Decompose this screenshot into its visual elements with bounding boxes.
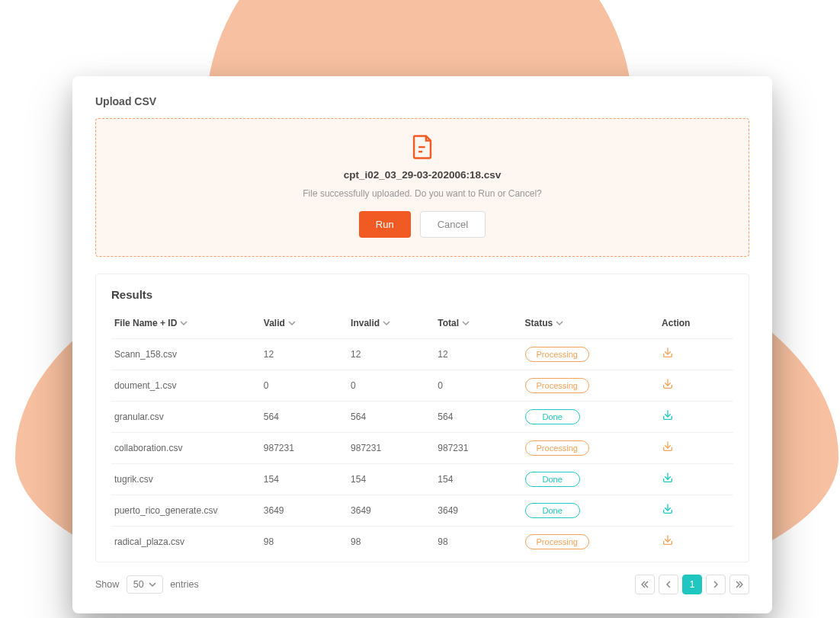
cell-action — [659, 463, 733, 495]
cell-invalid: 564 — [348, 401, 434, 432]
table-row: tugrik.csv154154154Done — [111, 463, 733, 495]
cell-action — [659, 338, 733, 370]
results-table: File Name + ID Valid Invalid Total Statu… — [111, 313, 733, 557]
cell-invalid: 154 — [348, 463, 434, 495]
col-total[interactable]: Total — [434, 313, 521, 338]
download-icon[interactable] — [662, 538, 674, 549]
col-status[interactable]: Status — [522, 313, 659, 338]
results-panel: Results File Name + ID Valid Invalid Tot… — [95, 274, 749, 562]
chevron-down-icon — [462, 319, 470, 329]
cell-invalid: 3649 — [348, 495, 434, 526]
page-first-button[interactable] — [635, 575, 655, 594]
chevron-down-icon — [180, 319, 188, 329]
upload-dropzone[interactable]: cpt_i02_03_29-03-202006:18.csv File succ… — [95, 118, 749, 257]
cell-filename: puerto_rico_generate.csv — [111, 495, 261, 526]
page-size-select[interactable]: 50 — [127, 575, 163, 594]
cell-status: Done — [522, 401, 659, 432]
download-icon[interactable] — [662, 351, 674, 361]
table-row: granular.csv564564564Done — [111, 401, 733, 432]
col-invalid[interactable]: Invalid — [348, 313, 434, 338]
cell-valid: 3649 — [261, 495, 348, 526]
cell-action — [659, 526, 733, 557]
status-badge: Processing — [525, 440, 589, 456]
main-card: Upload CSV cpt_i02_03_29-03-202006:18.cs… — [72, 76, 772, 613]
cell-filename: granular.csv — [111, 401, 261, 432]
cell-total: 154 — [434, 463, 521, 495]
page-last-button[interactable] — [729, 575, 749, 594]
cell-filename: collaboration.csv — [111, 432, 261, 463]
col-valid[interactable]: Valid — [261, 313, 348, 338]
col-action: Action — [659, 313, 733, 338]
table-row: radical_plaza.csv989898Processing — [111, 526, 733, 557]
upload-section-title: Upload CSV — [95, 95, 749, 107]
entries-label: entries — [170, 579, 199, 590]
cell-status: Done — [522, 463, 659, 495]
cell-valid: 12 — [261, 338, 348, 370]
cell-total: 564 — [434, 401, 521, 432]
chevron-down-icon — [556, 319, 563, 329]
cancel-button[interactable]: Cancel — [420, 211, 486, 238]
status-badge: Processing — [525, 347, 589, 362]
chevron-down-icon — [383, 319, 390, 329]
download-icon[interactable] — [662, 382, 674, 392]
cell-total: 3649 — [434, 495, 521, 526]
col-filename[interactable]: File Name + ID — [111, 313, 261, 338]
cell-action — [659, 401, 733, 432]
chevrons-left-icon — [641, 581, 649, 588]
results-title: Results — [111, 288, 733, 301]
table-row: collaboration.csv987231987231987231Proce… — [111, 432, 733, 463]
status-badge: Processing — [525, 534, 589, 549]
cell-filename: Scann_158.csv — [111, 338, 261, 370]
chevrons-right-icon — [736, 581, 743, 588]
upload-message: File successfully uploaded. Do you want … — [111, 188, 733, 199]
cell-status: Processing — [522, 432, 659, 463]
status-badge: Done — [525, 409, 580, 424]
run-button[interactable]: Run — [359, 211, 411, 238]
page-prev-button[interactable] — [659, 575, 678, 594]
cell-valid: 987231 — [261, 432, 348, 463]
cell-filename: tugrik.csv — [111, 463, 261, 495]
cell-status: Done — [522, 495, 659, 526]
download-icon[interactable] — [662, 507, 674, 517]
uploaded-filename: cpt_i02_03_29-03-202006:18.csv — [111, 169, 733, 181]
cell-status: Processing — [522, 526, 659, 557]
cell-action — [659, 432, 733, 463]
download-icon[interactable] — [662, 476, 674, 486]
status-badge: Processing — [525, 378, 589, 393]
pagination: 1 — [635, 575, 749, 594]
cell-valid: 98 — [261, 526, 348, 557]
cell-valid: 564 — [261, 401, 348, 432]
cell-total: 12 — [434, 338, 521, 370]
table-row: puerto_rico_generate.csv364936493649Done — [111, 495, 733, 526]
table-row: Scann_158.csv121212Processing — [111, 338, 733, 370]
show-label: Show — [95, 579, 119, 590]
cell-total: 98 — [434, 526, 521, 557]
download-icon[interactable] — [662, 413, 674, 424]
cell-total: 987231 — [434, 432, 521, 463]
cell-invalid: 987231 — [348, 432, 434, 463]
chevron-left-icon — [665, 581, 672, 588]
entries-control: Show 50 entries — [95, 575, 199, 594]
cell-action — [659, 495, 733, 526]
download-icon[interactable] — [662, 444, 674, 455]
page-number-button[interactable]: 1 — [682, 575, 702, 594]
cell-filename: radical_plaza.csv — [111, 526, 261, 557]
cell-valid: 154 — [261, 463, 348, 495]
cell-invalid: 12 — [348, 338, 434, 370]
cell-valid: 0 — [261, 370, 348, 401]
chevron-down-icon — [288, 319, 296, 329]
cell-status: Processing — [522, 338, 659, 370]
chevron-right-icon — [712, 581, 720, 588]
status-badge: Done — [525, 503, 580, 518]
cell-total: 0 — [434, 370, 521, 401]
cell-status: Processing — [522, 370, 659, 401]
cell-invalid: 0 — [348, 370, 434, 401]
status-badge: Done — [525, 472, 580, 487]
cell-invalid: 98 — [348, 526, 434, 557]
cell-action — [659, 370, 733, 401]
file-icon — [411, 134, 434, 160]
page-next-button[interactable] — [706, 575, 726, 594]
table-row: doument_1.csv000Processing — [111, 370, 733, 401]
cell-filename: doument_1.csv — [111, 370, 261, 401]
chevron-down-icon — [149, 581, 156, 588]
